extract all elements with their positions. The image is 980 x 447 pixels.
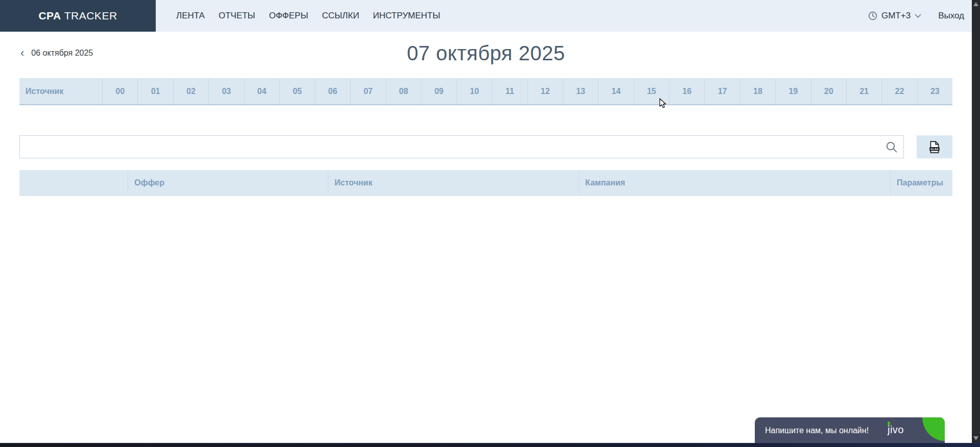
hour-header-cell: 13 <box>563 79 598 104</box>
main-nav: ЛЕНТАОТЧЕТЫОФФЕРЫССЫЛКИИНСТРУМЕНТЫ <box>176 0 440 32</box>
hours-source-header: Источник <box>19 87 102 96</box>
results-header-row: ОфферИсточникКампанияПараметры <box>19 170 952 196</box>
hour-header-cell: 07 <box>350 79 386 104</box>
hour-header-cell: 00 <box>102 79 137 104</box>
hour-header-cell: 10 <box>457 79 492 104</box>
hour-header-cell: 04 <box>244 79 279 104</box>
hour-header-cell: 16 <box>669 79 704 104</box>
logo-secondary: TRACKER <box>64 10 117 22</box>
results-column-header-1: Оффер <box>128 170 328 195</box>
chevron-left-icon: ‹ <box>20 49 24 57</box>
search-input[interactable] <box>20 136 903 158</box>
hour-header-cell: 15 <box>634 79 669 104</box>
app-logo[interactable]: CPA TRACKER <box>0 0 156 32</box>
jivo-logo: jivo <box>888 424 904 436</box>
logout-link[interactable]: Выход <box>938 11 964 21</box>
hour-header-cell: 12 <box>528 79 563 104</box>
prev-date-link[interactable]: ‹ 06 октября 2025 <box>20 49 93 58</box>
date-navigation: ‹ 06 октября 2025 07 октября 2025 <box>19 32 952 64</box>
hour-header-cell: 21 <box>846 79 881 104</box>
xlsx-file-icon: XLSX <box>928 140 941 154</box>
hour-header-cell: 01 <box>137 79 173 104</box>
clock-icon <box>868 11 877 20</box>
hour-header-cell: 03 <box>208 79 244 104</box>
hour-header-cell: 08 <box>386 79 421 104</box>
nav-item-1[interactable]: ОТЧЕТЫ <box>219 11 255 21</box>
page-content: ‹ 06 октября 2025 07 октября 2025 Источн… <box>0 32 980 196</box>
scrollbar-up-arrow-icon[interactable] <box>973 2 978 6</box>
hour-header-cell: 20 <box>811 79 846 104</box>
hour-header-cell: 06 <box>315 79 350 104</box>
bottom-window-edge <box>0 443 980 447</box>
page-title: 07 октября 2025 <box>19 32 952 65</box>
hour-header-cell: 05 <box>279 79 315 104</box>
hour-header-cell: 14 <box>598 79 633 104</box>
results-column-header-3: Кампания <box>579 170 890 195</box>
results-column-header-2: Источник <box>328 170 579 195</box>
hour-header-cell: 19 <box>775 79 810 104</box>
header-right: GMT+3 Выход <box>868 0 980 32</box>
prev-date-label: 06 октября 2025 <box>31 49 93 58</box>
hour-header-cell: 11 <box>492 79 527 104</box>
hour-header-cell: 22 <box>881 79 917 104</box>
hour-header-cell: 18 <box>740 79 775 104</box>
results-column-header-4: Параметры <box>890 170 952 195</box>
hour-header-cell: 09 <box>421 79 456 104</box>
chat-message: Напишите нам, мы онлайн! <box>755 426 869 435</box>
top-header: CPA TRACKER ЛЕНТАОТЧЕТЫОФФЕРЫССЫЛКИИНСТР… <box>0 0 980 32</box>
nav-item-3[interactable]: ССЫЛКИ <box>322 11 359 21</box>
results-column-header-0 <box>19 170 128 195</box>
timezone-label: GMT+3 <box>881 11 911 21</box>
nav-item-0[interactable]: ЛЕНТА <box>176 11 205 21</box>
hour-header-cell: 23 <box>917 79 952 104</box>
timezone-selector[interactable]: GMT+3 <box>868 11 921 21</box>
search-row: XLSX <box>19 135 952 158</box>
hour-header-cell: 17 <box>704 79 739 104</box>
nav-item-4[interactable]: ИНСТРУМЕНТЫ <box>373 11 440 21</box>
jivo-chat-widget[interactable]: Напишите нам, мы онлайн! jivo <box>755 417 945 443</box>
scrollbar-down-arrow-icon[interactable] <box>973 436 978 440</box>
chevron-down-icon <box>915 14 921 18</box>
hours-header-row: Источник 0001020304050607080910111213141… <box>19 78 952 105</box>
jivo-leaf-icon <box>922 417 945 441</box>
search-icon[interactable] <box>885 140 898 154</box>
search-box <box>19 135 904 158</box>
export-xlsx-button[interactable]: XLSX <box>917 135 952 158</box>
logo-primary: CPA <box>38 10 61 22</box>
vertical-scrollbar[interactable] <box>972 0 980 447</box>
nav-item-2[interactable]: ОФФЕРЫ <box>269 11 308 21</box>
svg-text:XLSX: XLSX <box>930 148 939 151</box>
hour-header-cell: 02 <box>173 79 208 104</box>
